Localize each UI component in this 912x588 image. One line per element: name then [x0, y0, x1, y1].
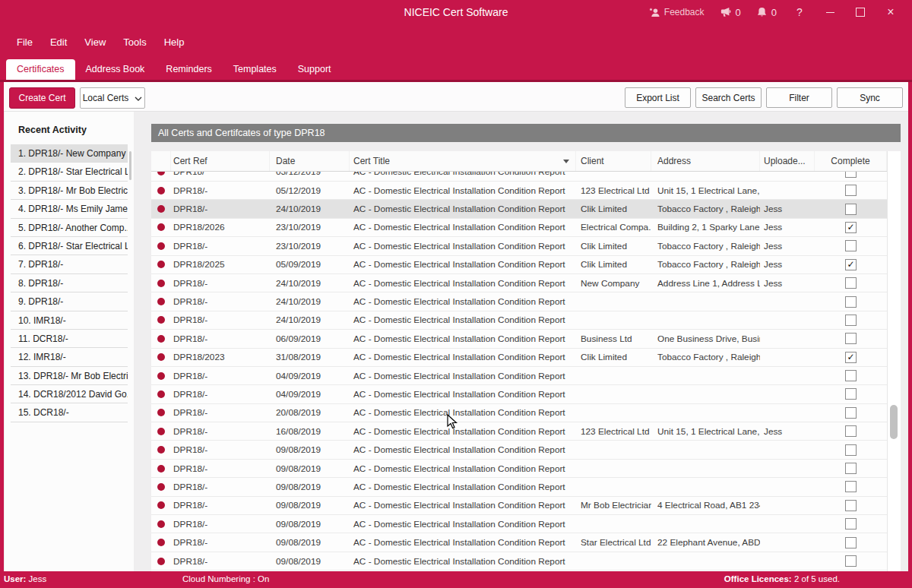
recent-activity-item[interactable]: 2. DPR18/- Star Electrical Ltd	[11, 163, 128, 181]
export-list-button[interactable]: Export List	[625, 87, 691, 108]
close-button[interactable]: ×	[876, 0, 906, 24]
menu-item-view[interactable]: View	[77, 33, 113, 51]
table-row[interactable]: DPR18/03/12/2019AC - Domestic Electrical…	[151, 172, 901, 182]
table-scrollbar-thumb[interactable]	[890, 405, 898, 439]
complete-checkbox[interactable]	[845, 425, 857, 437]
tab-address-book[interactable]: Address Book	[75, 59, 156, 80]
column-header-dot[interactable]	[151, 151, 171, 171]
complete-checkbox[interactable]	[845, 463, 857, 474]
record-dot-cell	[151, 187, 171, 194]
recent-activity-item[interactable]: 15. DCR18/-	[11, 403, 128, 422]
table-row[interactable]: DPR18/-09/08/2019AC - Domestic Electrica…	[151, 515, 901, 533]
table-row[interactable]: DPR18/-05/12/2019AC - Domestic Electrica…	[151, 182, 901, 200]
cell-cert-title: AC - Domestic Electrical Installation Co…	[350, 222, 576, 232]
search-certs-button[interactable]: Search Certs	[695, 87, 762, 108]
cell-cert-title: AC - Domestic Electrical Installation Co…	[350, 241, 576, 251]
recent-activity-item[interactable]: 13. DPR18/- Mr Bob Electri...	[11, 367, 128, 385]
recent-activity-item[interactable]: 8. DPR18/-	[11, 274, 128, 292]
menu-item-file[interactable]: File	[17, 33, 40, 51]
status-licences-value: 2 of 5 used.	[794, 574, 840, 583]
complete-checkbox[interactable]	[845, 296, 857, 308]
table-row[interactable]: DPR18/-09/08/2019AC - Domestic Electrica…	[151, 460, 901, 478]
recent-activity-item[interactable]: 10. IMR18/-	[11, 311, 128, 330]
table-row[interactable]: DPR18/-09/08/2019AC - Domestic Electrica…	[151, 533, 901, 552]
maximize-button[interactable]	[845, 0, 876, 24]
complete-checkbox[interactable]	[845, 481, 857, 492]
tab-reminders[interactable]: Reminders	[155, 59, 222, 80]
recent-activity-item[interactable]: 11. DCR18/-	[11, 330, 128, 348]
table-row[interactable]: DPR18/202623/10/2019AC - Domestic Electr…	[151, 219, 901, 237]
complete-checkbox[interactable]	[845, 204, 857, 215]
recent-activity-item[interactable]: 9. DPR18/-	[11, 292, 128, 311]
record-dot-icon	[157, 372, 165, 380]
complete-checkbox[interactable]	[845, 333, 857, 344]
recent-activity-item[interactable]: 7. DPR18/-	[11, 255, 128, 273]
menu-item-edit[interactable]: Edit	[43, 33, 74, 51]
table-row[interactable]: DPR18/-24/10/2019AC - Domestic Electrica…	[151, 274, 901, 292]
complete-checkbox[interactable]	[845, 172, 857, 178]
table-row[interactable]: DPR18/202331/08/2019AC - Domestic Electr…	[151, 349, 901, 367]
local-certs-dropdown[interactable]: Local Certs	[80, 87, 145, 109]
column-header-cert-ref[interactable]: Cert Ref	[171, 151, 270, 171]
table-row[interactable]: DPR18/-06/09/2019AC - Domestic Electrica…	[151, 330, 901, 348]
complete-checkbox[interactable]	[845, 388, 857, 400]
column-header-date[interactable]: Date	[270, 151, 350, 171]
tab-templates[interactable]: Templates	[223, 59, 287, 80]
column-header-complete[interactable]: Complete	[815, 151, 887, 171]
table-row[interactable]: DPR18/-09/08/2019AC - Domestic Electrica…	[151, 552, 901, 571]
recent-activity-item[interactable]: 14. DCR18/2012 David Go...	[11, 385, 128, 403]
complete-checkbox[interactable]	[845, 315, 857, 326]
complete-checkbox[interactable]: ✓	[845, 259, 857, 270]
table-row[interactable]: DPR18/-04/09/2019AC - Domestic Electrica…	[151, 385, 901, 403]
recent-activity-item[interactable]: 5. DPR18/- Another Comp...	[11, 219, 128, 237]
recent-activity-item[interactable]: 12. IMR18/-	[11, 348, 128, 366]
complete-checkbox[interactable]	[845, 277, 857, 289]
complete-checkbox[interactable]	[845, 185, 857, 196]
table-row[interactable]: DPR18/-23/10/2019AC - Domestic Electrica…	[151, 237, 901, 255]
create-cert-button[interactable]: Create Cert	[9, 87, 75, 109]
column-header-uploade-[interactable]: Uploade...	[760, 151, 815, 171]
table-row[interactable]: DPR18/-09/08/2019AC - Domestic Electrica…	[151, 497, 901, 515]
table-row[interactable]: DPR18/-04/09/2019AC - Domestic Electrica…	[151, 367, 901, 385]
complete-checkbox[interactable]	[845, 407, 857, 419]
table-row[interactable]: DPR18/-24/10/2019AC - Domestic Electrica…	[151, 292, 901, 311]
table-row[interactable]: DPR18/202505/09/2019AC - Domestic Electr…	[151, 256, 901, 274]
complete-checkbox[interactable]	[845, 555, 857, 567]
recent-activity-item[interactable]: 4. DPR18/- Ms Emily James	[11, 200, 128, 218]
table-scrollbar-track[interactable]	[887, 151, 901, 571]
complete-checkbox[interactable]	[845, 240, 857, 251]
recent-activity-item[interactable]: 3. DPR18/- Mr Bob Electric...	[11, 182, 128, 200]
column-header-client[interactable]: Client	[576, 151, 651, 171]
announcements-button[interactable]: 0	[712, 0, 749, 24]
table-row[interactable]: DPR18/-24/10/2019AC - Domestic Electrica…	[151, 200, 901, 218]
sidebar-scrollbar-thumb[interactable]	[129, 151, 131, 180]
table-row[interactable]: DPR18/-09/08/2019AC - Domestic Electrica…	[151, 478, 901, 496]
recent-activity-item[interactable]: 6. DPR18/- Star Electrical Ltd	[11, 237, 128, 255]
column-header-cert-title[interactable]: Cert Title	[350, 151, 576, 171]
tab-certificates[interactable]: Certificates	[6, 59, 75, 80]
filter-button[interactable]: Filter	[766, 87, 832, 108]
title-bar[interactable]: NICEIC Cert Software Feedback	[0, 0, 912, 24]
table-row[interactable]: DPR18/-16/08/2019AC - Domestic Electrica…	[151, 422, 901, 441]
complete-checkbox[interactable]	[845, 370, 857, 381]
table-row[interactable]: DPR18/-24/10/2019AC - Domestic Electrica…	[151, 311, 901, 330]
minimize-button[interactable]	[815, 0, 845, 24]
menu-item-tools[interactable]: Tools	[116, 33, 154, 51]
column-header-address[interactable]: Address	[651, 151, 760, 171]
complete-checkbox[interactable]	[845, 500, 857, 511]
complete-checkbox[interactable]	[845, 518, 857, 530]
complete-checkbox[interactable]	[845, 444, 857, 456]
help-button[interactable]: ?	[784, 0, 815, 24]
tab-support[interactable]: Support	[287, 59, 342, 80]
feedback-button[interactable]: Feedback	[641, 0, 712, 24]
table-row[interactable]: DPR18/-20/08/2019AC - Domestic Electrica…	[151, 404, 901, 422]
recent-activity-item[interactable]: 1. DPR18/- New Company	[11, 144, 128, 163]
sync-button[interactable]: Sync	[837, 87, 903, 108]
table-row[interactable]: DPR18/-09/08/2019AC - Domestic Electrica…	[151, 441, 901, 459]
record-dot-cell	[151, 372, 171, 380]
complete-checkbox[interactable]: ✓	[845, 352, 857, 363]
notifications-button[interactable]: 0	[749, 0, 784, 24]
complete-checkbox[interactable]	[845, 537, 857, 548]
menu-item-help[interactable]: Help	[157, 33, 192, 51]
complete-checkbox[interactable]: ✓	[845, 222, 857, 233]
